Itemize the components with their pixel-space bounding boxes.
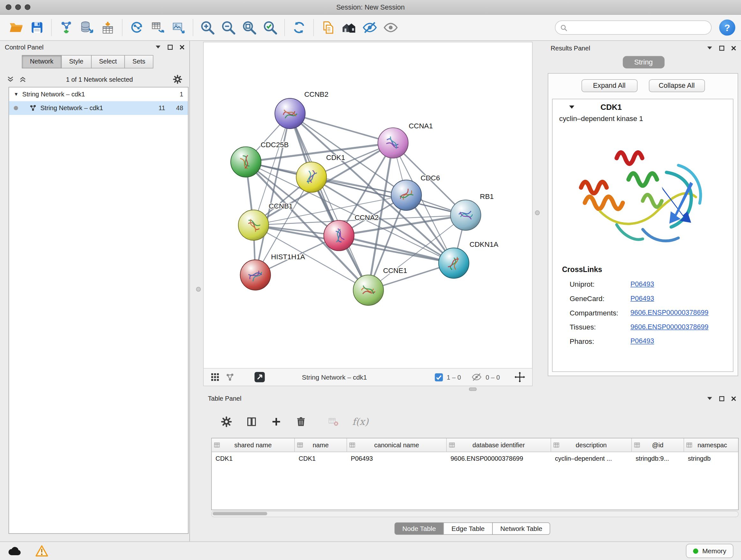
results-tab-string[interactable]: String <box>623 56 664 69</box>
panel-menu-icon[interactable] <box>155 45 161 49</box>
network-canvas[interactable]: CCNB2CCNA1CDC25BCDK1CDC6RB1CCNB1CCNA2CDK… <box>204 42 532 368</box>
expand-all-networks-icon[interactable] <box>7 76 14 83</box>
crosslink-value-link[interactable]: P06493 <box>630 337 654 345</box>
warning-icon[interactable] <box>35 545 49 557</box>
horizontal-splitter-handle[interactable] <box>469 388 477 391</box>
crosslink-value-link[interactable]: 9606.ENSP00000378699 <box>630 323 709 330</box>
panel-menu-icon[interactable] <box>707 396 713 400</box>
table-cell[interactable]: CDK1 <box>212 455 294 462</box>
table-cell[interactable]: CDK1 <box>295 455 347 462</box>
network-node[interactable] <box>378 128 408 158</box>
zoom-selected-button[interactable] <box>260 17 280 38</box>
tab-network-table[interactable]: Network Table <box>492 522 550 535</box>
tab-node-table[interactable]: Node Table <box>394 522 444 535</box>
grid-view-icon[interactable] <box>210 372 220 382</box>
tab-sets[interactable]: Sets <box>125 55 153 69</box>
network-node[interactable] <box>391 180 421 210</box>
table-column-header[interactable]: shared name <box>212 438 294 452</box>
zoom-fit-button[interactable] <box>239 17 259 38</box>
network-row-selected[interactable]: String Network – cdk1 11 48 <box>9 101 188 115</box>
network-glyph-icon[interactable] <box>226 373 234 381</box>
table-column-header[interactable]: namespac <box>684 438 738 452</box>
add-row-icon[interactable] <box>271 416 282 428</box>
table-column-header[interactable]: name <box>295 438 347 452</box>
table-column-header[interactable]: canonical name <box>347 438 447 452</box>
show-columns-icon[interactable] <box>246 416 258 428</box>
show-all-button[interactable] <box>380 17 401 38</box>
search-input[interactable] <box>570 23 706 32</box>
hide-selected-button[interactable] <box>359 17 380 38</box>
delete-row-icon[interactable] <box>295 416 307 428</box>
float-panel-icon[interactable] <box>719 45 724 51</box>
tab-select[interactable]: Select <box>91 55 125 69</box>
table-cell[interactable]: stringdb <box>684 455 738 462</box>
import-network-file-button[interactable] <box>56 17 76 38</box>
function-builder-button[interactable]: f(x) <box>352 416 368 428</box>
new-network-button[interactable] <box>126 17 147 38</box>
table-cell[interactable]: 9606.ENSP00000378699 <box>447 455 551 462</box>
protein-structure-image <box>571 131 714 258</box>
table-cell[interactable]: cyclin–dependent ... <box>551 455 632 462</box>
tab-network[interactable]: Network <box>22 55 61 69</box>
panel-menu-icon[interactable] <box>707 46 713 50</box>
float-panel-icon[interactable] <box>719 396 724 401</box>
crosslink-value-link[interactable]: P06493 <box>630 294 654 302</box>
import-network-icon <box>59 20 73 35</box>
network-collection-row[interactable]: ▼ String Network – cdk1 1 <box>9 87 188 101</box>
network-node[interactable] <box>451 200 481 230</box>
horizontal-scrollbar[interactable] <box>211 511 739 517</box>
zoom-in-button[interactable] <box>197 17 218 38</box>
network-node[interactable] <box>439 248 469 278</box>
selected-checkbox-icon[interactable] <box>434 373 443 381</box>
table-options-gear-icon[interactable] <box>220 416 232 428</box>
crosslink-value-link[interactable]: P06493 <box>630 280 654 288</box>
close-panel-icon[interactable] <box>179 44 185 50</box>
network-node[interactable] <box>353 275 384 305</box>
open-session-button[interactable] <box>6 17 26 38</box>
refresh-button[interactable] <box>288 17 309 38</box>
collapse-all-button[interactable]: Collapse All <box>649 79 705 92</box>
zoom-out-button[interactable] <box>218 17 239 38</box>
open-external-icon[interactable] <box>253 371 266 383</box>
network-node[interactable] <box>296 162 327 192</box>
network-node[interactable] <box>231 147 261 177</box>
export-image-button[interactable] <box>168 17 189 38</box>
float-panel-icon[interactable] <box>167 44 173 50</box>
table-column-header[interactable]: description <box>551 438 632 452</box>
network-node[interactable] <box>240 260 271 290</box>
close-panel-icon[interactable] <box>731 396 736 401</box>
table-column-header[interactable]: database identifier <box>447 438 551 452</box>
pan-tool-icon[interactable] <box>514 371 526 383</box>
right-splitter-handle[interactable] <box>535 210 540 215</box>
save-session-button[interactable] <box>26 17 47 38</box>
table-column-header[interactable]: @id <box>632 438 684 452</box>
network-edge[interactable] <box>255 114 290 275</box>
close-panel-icon[interactable] <box>731 45 736 51</box>
network-node[interactable] <box>324 220 354 251</box>
memory-button[interactable]: Memory <box>686 544 733 558</box>
cloud-icon[interactable] <box>8 546 22 556</box>
hidden-eye-slash-icon[interactable] <box>471 372 482 382</box>
network-node[interactable] <box>275 98 305 129</box>
import-table-button[interactable] <box>97 17 118 38</box>
home-button[interactable] <box>339 17 359 38</box>
help-button[interactable]: ? <box>719 19 736 36</box>
tab-style[interactable]: Style <box>61 55 91 69</box>
scrollbar-thumb[interactable] <box>212 512 267 515</box>
table-cell[interactable]: stringdb:9... <box>632 455 684 462</box>
network-edge[interactable] <box>290 114 368 290</box>
crosslink-value-link[interactable]: 9606.ENSP00000378699 <box>630 309 709 316</box>
network-options-gear-icon[interactable] <box>172 74 183 84</box>
collapse-all-networks-icon[interactable] <box>19 76 27 83</box>
clone-network-button[interactable] <box>147 17 168 38</box>
network-node[interactable] <box>239 210 269 240</box>
disclosure-triangle-icon[interactable]: ▼ <box>14 91 18 97</box>
import-network-database-button[interactable] <box>76 17 97 38</box>
table-row[interactable]: CDK1CDK1P064939606.ENSP00000378699cyclin… <box>212 452 738 464</box>
tab-edge-table[interactable]: Edge Table <box>444 522 493 535</box>
table-cell[interactable]: P06493 <box>347 455 447 462</box>
collapse-section-icon[interactable] <box>569 105 575 109</box>
left-splitter-handle[interactable] <box>196 287 201 292</box>
expand-all-button[interactable]: Expand All <box>581 79 637 92</box>
documents-button[interactable] <box>318 17 338 38</box>
